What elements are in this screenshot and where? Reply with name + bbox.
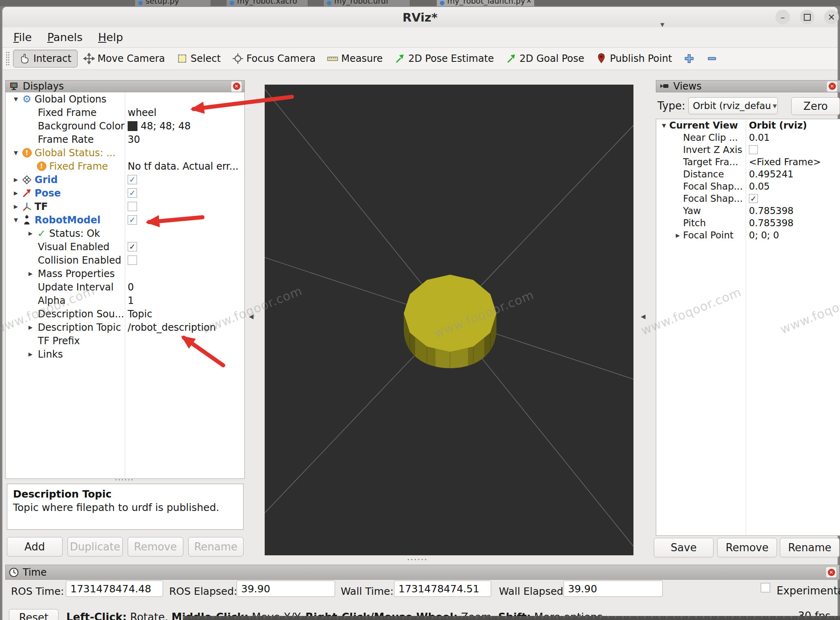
tool-plus-tool[interactable] <box>678 50 701 68</box>
views-row-value-text[interactable]: 0.05 <box>749 181 770 192</box>
tree-row-global-options[interactable]: ▼⚙Global Options <box>6 92 244 106</box>
description-splitter-grip[interactable]: •••••• <box>112 479 137 482</box>
time-close-button[interactable]: ✕ <box>826 567 837 578</box>
wall-time-input[interactable] <box>394 581 491 597</box>
checkbox-visual-enabled[interactable]: ✓ <box>128 242 137 251</box>
toolbar-overflow-caret[interactable]: ▼ <box>660 22 664 28</box>
tool-focus-camera[interactable]: Focus Camera <box>226 50 321 68</box>
wall-elapsed-input[interactable] <box>564 581 663 597</box>
views-row-value-text[interactable]: 0.01 <box>749 132 770 143</box>
checkbox-tf[interactable]: ✓ <box>128 202 137 211</box>
views-row-value-text[interactable]: 0.785398 <box>749 218 794 228</box>
checkbox-focal-shap[interactable]: ✓ <box>749 194 758 203</box>
views-row-current-view[interactable]: ▼Current ViewOrbit (rviz) <box>656 119 840 131</box>
ros-time-input[interactable] <box>66 581 163 597</box>
views-row-value-text[interactable]: 0; 0; 0 <box>749 230 779 240</box>
right-splitter-collapse-arrow[interactable]: ◀ <box>641 313 646 320</box>
expander-icon[interactable]: ▼ <box>11 96 21 102</box>
checkbox-invert-z-axis[interactable]: ✓ <box>749 145 758 154</box>
tree-row-links[interactable]: ▶Links <box>6 347 244 361</box>
checkbox-robotmodel[interactable]: ✓ <box>128 215 137 225</box>
tree-row-mass-properties[interactable]: ▶Mass Properties <box>6 267 244 280</box>
views-row-target-fra[interactable]: Target Fra...<Fixed Frame> <box>656 156 840 168</box>
views-remove-button[interactable]: Remove <box>717 538 777 557</box>
expander-icon[interactable]: ▶ <box>11 177 21 183</box>
close-button[interactable]: ✕ <box>824 10 839 24</box>
tree-row-visual-enabled[interactable]: Visual Enabled✓ <box>6 240 244 253</box>
views-row-focal-shap[interactable]: Focal Shap...0.05 <box>656 180 840 192</box>
tool-interact[interactable]: Interact <box>13 50 78 68</box>
views-close-button[interactable]: ✕ <box>827 81 838 92</box>
views-row-value-text[interactable]: <Fixed Frame> <box>749 157 821 167</box>
tree-row-value-text[interactable]: 48; 48; 48 <box>141 120 191 132</box>
tree-row-frame-rate[interactable]: Frame Rate30 <box>6 133 244 146</box>
zero-button[interactable]: Zero <box>791 97 840 115</box>
views-row-distance[interactable]: Distance0.495241 <box>656 168 840 180</box>
tree-row-pose[interactable]: ▶Pose✓ <box>6 186 244 200</box>
editor-tab-my-robot-urdf[interactable]: my_robot.urdf <box>323 0 410 6</box>
tool-minus-tool[interactable] <box>701 50 723 68</box>
expander-icon[interactable]: ▼ <box>659 122 669 129</box>
views-row-pitch[interactable]: Pitch0.785398 <box>656 217 840 229</box>
expander-icon[interactable]: ▼ <box>11 150 21 156</box>
tree-row-fixed-frame[interactable]: !Fixed FrameNo tf data. Actual err... <box>6 159 244 173</box>
viewport-splitter-grip[interactable]: •••••• <box>407 557 428 562</box>
expander-icon[interactable]: ▶ <box>25 271 36 277</box>
menu-file[interactable]: File <box>13 31 32 44</box>
ros-elapsed-input[interactable] <box>237 581 335 597</box>
views-row-invert-z-axis[interactable]: Invert Z Axis✓ <box>656 144 840 156</box>
tree-row-value-text[interactable]: Topic <box>128 308 152 320</box>
tree-row-status-ok[interactable]: ▶✓Status: Ok <box>6 227 244 240</box>
editor-tab-my-robot-xacro[interactable]: my_robot.xacro <box>226 0 308 6</box>
add-button[interactable]: Add <box>7 537 63 557</box>
tree-row-global-status[interactable]: ▼!Global Status: ... <box>6 146 244 159</box>
tree-row-tf-prefix[interactable]: TF Prefix <box>6 334 244 347</box>
expander-icon[interactable]: ▼ <box>11 217 21 223</box>
tree-row-update-interval[interactable]: Update Interval0 <box>6 280 244 294</box>
maximize-button[interactable] <box>800 10 814 24</box>
tree-row-value-text[interactable]: wheel <box>128 107 157 118</box>
tree-row-value-text[interactable]: 0 <box>128 282 134 293</box>
displays-close-button[interactable]: ✕ <box>231 81 242 92</box>
views-row-value-text[interactable]: Orbit (rviz) <box>749 120 807 131</box>
views-row-value-text[interactable]: 0.495241 <box>749 169 794 179</box>
tree-row-value-text[interactable]: No tf data. Actual err... <box>128 161 239 172</box>
views-row-value-text[interactable]: 0.785398 <box>749 205 794 216</box>
tree-row-collision-enabled[interactable]: Collision Enabled✓ <box>6 253 244 267</box>
views-save-button[interactable]: Save <box>654 538 714 557</box>
tool-publish-point[interactable]: Publish Point <box>590 50 678 68</box>
menu-panels[interactable]: Panels <box>47 31 83 44</box>
expander-icon[interactable]: ▶ <box>25 324 36 330</box>
tree-row-grid[interactable]: ▶Grid✓ <box>6 173 244 186</box>
checkbox-collision-enabled[interactable]: ✓ <box>128 255 137 265</box>
views-row-yaw[interactable]: Yaw0.785398 <box>656 205 840 217</box>
expander-icon[interactable]: ▶ <box>672 232 683 238</box>
views-row-near-clip[interactable]: Near Clip ...0.01 <box>656 131 840 144</box>
experimental-checkbox[interactable]: ✓ <box>761 583 770 592</box>
expander-icon[interactable]: ▶ <box>25 230 36 236</box>
toolbar-grip[interactable] <box>6 51 10 66</box>
views-rename-button[interactable]: Rename <box>780 538 840 557</box>
expander-icon[interactable]: ▶ <box>25 351 36 357</box>
tool-measure[interactable]: Measure <box>321 50 388 68</box>
color-swatch[interactable] <box>128 121 137 131</box>
minimize-button[interactable]: – <box>775 10 790 24</box>
tree-row-value-text[interactable]: 1 <box>128 295 134 306</box>
editor-tab-my-robot-launch-py[interactable]: my_robot_launch.py✕ <box>436 0 535 6</box>
tree-row-value-text[interactable]: 30 <box>128 134 140 145</box>
checkbox-grid[interactable]: ✓ <box>128 175 137 184</box>
tree-row-tf[interactable]: ▶TF✓ <box>6 200 244 213</box>
views-row-focal-point[interactable]: ▶Focal Point0; 0; 0 <box>656 229 840 241</box>
editor-tab-setup-py[interactable]: setup.py <box>135 0 211 6</box>
views-type-select[interactable]: Orbit (rviz_defau ▼ <box>688 97 778 114</box>
tool-2d-goal-pose[interactable]: 2D Goal Pose <box>500 50 590 68</box>
close-tab-icon[interactable]: ✕ <box>526 0 532 5</box>
tool-select[interactable]: Select <box>171 50 226 68</box>
expander-icon[interactable]: ▶ <box>11 190 21 196</box>
tree-row-fixed-frame[interactable]: Fixed Framewheel <box>6 106 244 119</box>
checkbox-pose[interactable]: ✓ <box>128 188 137 198</box>
expander-icon[interactable]: ▶ <box>11 203 21 210</box>
menu-help[interactable]: Help <box>98 31 123 44</box>
reset-button[interactable]: Reset <box>9 609 59 620</box>
views-row-focal-shap[interactable]: Focal Shap...✓ <box>656 192 840 205</box>
